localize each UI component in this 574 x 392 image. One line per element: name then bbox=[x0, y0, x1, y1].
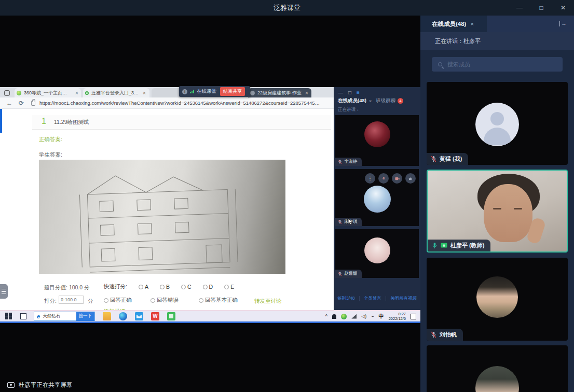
ime-indicator[interactable]: 中 bbox=[379, 313, 384, 320]
inner-menu-icon[interactable]: ≡ bbox=[357, 90, 360, 95]
member-name-tag: 赵姗姗 bbox=[335, 270, 362, 278]
network-icon[interactable] bbox=[351, 314, 357, 319]
tab-close-icon[interactable]: × bbox=[143, 90, 146, 96]
member-search-input[interactable] bbox=[447, 61, 551, 67]
wps-icon[interactable]: W bbox=[151, 312, 159, 320]
inner-member-tile[interactable]: ⋮ 朱许琪 bbox=[335, 169, 419, 226]
minimize-button[interactable]: — bbox=[509, 0, 530, 16]
inner-tab-chat[interactable]: 班级群聊 bbox=[376, 97, 395, 104]
tray-bell-icon[interactable] bbox=[332, 314, 336, 319]
url-text[interactable]: https://mooc1.chaoxing.com/work/reviewTh… bbox=[39, 100, 320, 106]
browser-tab-4[interactable]: 22级房建建筑学-作业 × bbox=[248, 88, 311, 97]
browser-tab-2[interactable]: 泛雅平台登录入口_360搜索 × bbox=[83, 88, 149, 97]
quick-grade-label: 快速打分: bbox=[104, 283, 127, 290]
green-app-icon[interactable] bbox=[167, 312, 175, 320]
quick-option-d[interactable]: D bbox=[203, 284, 213, 290]
tray-expand-icon[interactable]: ^ bbox=[325, 314, 328, 319]
file-explorer-icon[interactable] bbox=[103, 312, 111, 320]
sign-in-count-link[interactable]: 签到3/48 bbox=[337, 296, 355, 302]
usb-icon[interactable]: ⌁ bbox=[371, 314, 374, 319]
member-video-tile[interactable]: 黄猛 (我) bbox=[427, 82, 568, 165]
judge-option-label: 回答错误 bbox=[157, 297, 179, 304]
speaker-icon[interactable]: ◁) bbox=[361, 314, 366, 319]
inner-tab-members[interactable]: 在线成员(48) bbox=[338, 97, 366, 104]
sidebar-tab-label: 在线成员(48) bbox=[432, 20, 466, 28]
taskbar-clock[interactable]: 8:27 2022/12/5 bbox=[389, 312, 406, 321]
avatar bbox=[364, 186, 391, 213]
browser-tab-1[interactable]: 360导航_一个主页，整个世界 × bbox=[15, 88, 81, 97]
close-button[interactable]: ✕ bbox=[552, 0, 574, 16]
inner-maximize-button[interactable]: □ bbox=[348, 90, 351, 95]
tray-360-icon[interactable] bbox=[341, 314, 347, 319]
mail-icon[interactable] bbox=[135, 312, 143, 320]
radio-icon[interactable] bbox=[199, 298, 203, 303]
tab-close-icon[interactable]: × bbox=[75, 90, 78, 96]
maximize-button[interactable]: □ bbox=[530, 0, 552, 16]
mute-all-link[interactable]: 全员禁言 bbox=[364, 296, 381, 302]
camera-action-icon[interactable] bbox=[392, 173, 402, 184]
more-icon[interactable]: ⋮ bbox=[365, 173, 375, 184]
quick-option-b[interactable]: B bbox=[160, 284, 170, 290]
radio-icon[interactable] bbox=[203, 285, 208, 289]
member-video-tile[interactable]: 刘怡帆 bbox=[427, 258, 568, 341]
collapse-panel-icon[interactable]: → bbox=[559, 20, 567, 26]
judge-option-correct[interactable]: 回答正确 bbox=[104, 297, 151, 304]
quick-option-a[interactable]: A bbox=[139, 284, 148, 290]
video-face bbox=[484, 184, 532, 242]
taskbar-search-box[interactable]: e 天然钻石 搜一下 bbox=[34, 312, 95, 321]
notification-center-icon[interactable] bbox=[411, 314, 416, 319]
avatar bbox=[475, 366, 519, 392]
divider bbox=[386, 296, 386, 301]
question-title: 11.29绘图测试 bbox=[54, 119, 89, 126]
radio-icon[interactable] bbox=[151, 298, 155, 303]
sidebar-tab-close-icon[interactable]: × bbox=[470, 21, 473, 27]
video-face bbox=[514, 208, 522, 209]
floating-toolbar-handle[interactable] bbox=[0, 284, 8, 299]
browser-logo-icon[interactable] bbox=[2, 88, 12, 97]
close-all-video-link[interactable]: 关闭所有视频 bbox=[390, 296, 417, 302]
judge-option-label: 回答正确 bbox=[110, 297, 132, 304]
radio-icon[interactable] bbox=[139, 285, 143, 289]
quick-option-c[interactable]: C bbox=[181, 284, 192, 290]
radio-icon[interactable] bbox=[104, 298, 108, 303]
end-share-button[interactable]: 结束共享 bbox=[220, 87, 245, 96]
task-view-icon[interactable] bbox=[20, 313, 26, 319]
quick-option-label: A bbox=[145, 284, 148, 290]
inner-window-controls: — □ ≡ bbox=[338, 90, 360, 95]
browser-e-icon: e bbox=[37, 313, 40, 319]
judge-option-wrong[interactable]: 回答错误 bbox=[151, 297, 199, 304]
member-video-tile-active[interactable]: 杜彦平 (教师) bbox=[427, 170, 568, 253]
start-button-icon[interactable] bbox=[5, 313, 12, 319]
inner-speaking-label: 正在讲话： bbox=[338, 107, 360, 113]
browser-tabstrip: 360导航_一个主页，整个世界 × 泛雅平台登录入口_360搜索 × 22级房建… bbox=[0, 87, 334, 97]
taskbar-search-button[interactable]: 搜一下 bbox=[76, 312, 95, 321]
avatar bbox=[475, 103, 519, 146]
radio-icon[interactable] bbox=[224, 285, 229, 289]
inner-member-tile[interactable]: 李淑静 bbox=[335, 115, 419, 166]
grade-input[interactable] bbox=[59, 296, 84, 304]
radio-icon[interactable] bbox=[181, 285, 186, 289]
quick-option-e[interactable]: E bbox=[224, 284, 234, 290]
tab-close-icon[interactable]: × bbox=[305, 90, 308, 96]
share-bar-app-name: 在线课堂 bbox=[197, 88, 216, 95]
mic-action-icon[interactable] bbox=[378, 173, 389, 184]
member-name-tag: 刘怡帆 bbox=[427, 329, 463, 341]
hand-action-icon[interactable] bbox=[405, 173, 416, 184]
inner-tab-close-icon[interactable]: × bbox=[369, 99, 372, 104]
edge-browser-icon[interactable] bbox=[119, 312, 127, 320]
member-search-box[interactable] bbox=[432, 57, 563, 72]
back-icon[interactable]: ← bbox=[6, 100, 12, 107]
info-icon[interactable]: i bbox=[182, 89, 187, 94]
tab-label: 22级房建建筑学-作业 bbox=[257, 90, 302, 96]
reload-icon[interactable]: ⟳ bbox=[19, 100, 24, 107]
forward-to-discussion-link[interactable]: 转发至讨论 bbox=[254, 298, 282, 305]
inner-member-tile[interactable]: 赵姗姗 bbox=[335, 229, 419, 278]
inner-minimize-button[interactable]: — bbox=[338, 90, 343, 95]
inner-members-panel: — □ ≡ 在线成员(48) × 班级群聊 4 正在讲话： 李淑静 ⋮ bbox=[334, 87, 420, 310]
student-answer-photo[interactable] bbox=[39, 160, 285, 274]
signal-icon bbox=[190, 90, 194, 93]
judge-option-mostly-correct[interactable]: 回答基本正确 bbox=[199, 297, 254, 304]
radio-icon[interactable] bbox=[160, 285, 165, 289]
member-video-tile-partial[interactable] bbox=[427, 345, 568, 392]
sidebar-tab-members[interactable]: 在线成员(48) × bbox=[420, 16, 487, 32]
